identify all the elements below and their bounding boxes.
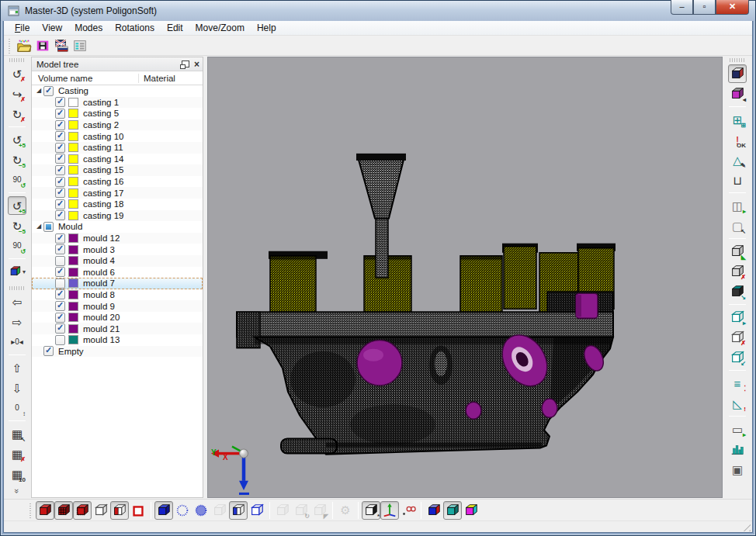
rotate-90-stop-button[interactable]: ↻✗ (8, 105, 26, 123)
open-project-button[interactable] (15, 36, 33, 55)
casting-outline-button[interactable] (92, 501, 110, 520)
tree-row-mould-12[interactable]: ✓mould 12 (32, 233, 203, 244)
language-switch-button[interactable] (52, 36, 71, 55)
section-cut-button[interactable]: ◤ (310, 501, 329, 520)
tree-row-casting-19[interactable]: ✓casting 19 (32, 210, 203, 222)
tree-row-casting-11[interactable]: ✓casting 11 (32, 142, 203, 154)
copy-image-button[interactable]: ◫▸ (728, 196, 747, 215)
checkbox-checked[interactable]: ✓ (55, 165, 65, 175)
color-swatch[interactable] (68, 165, 78, 175)
color-swatch[interactable] (68, 256, 78, 265)
column-material[interactable]: Material (139, 74, 203, 83)
trace-points-button[interactable] (399, 501, 418, 520)
menu-file[interactable]: File (9, 22, 36, 34)
rotate-x-90-button[interactable]: 90↺ (8, 171, 26, 189)
tree-row-casting-1[interactable]: ✓casting 1 (32, 97, 203, 109)
menu-view[interactable]: View (36, 22, 68, 34)
tree-row-casting-14[interactable]: ✓casting 14 (32, 154, 203, 165)
show-axes-button[interactable] (380, 501, 399, 520)
checkbox-checked[interactable]: ✓ (55, 154, 65, 164)
title-bar[interactable]: Master-3D (system PoligonSoft) –▫✕ (1, 1, 755, 21)
grid-delete-button[interactable]: ▦✗ (8, 444, 26, 463)
checkbox-checked[interactable]: ✓ (55, 323, 65, 334)
rotate-x-minus-button[interactable]: ↻−5 (8, 150, 26, 169)
color-swatch[interactable] (68, 313, 78, 322)
select-volume-button[interactable]: ▢↖ (728, 216, 747, 235)
grid-pointer-button[interactable]: ▦↖ (8, 424, 26, 443)
mesh-table-button[interactable]: ⊞⊞ (728, 110, 747, 129)
mould-view-button[interactable]: ⊔ (728, 171, 747, 189)
tree-row-casting-15[interactable]: ✓casting 15 (32, 164, 203, 176)
extract-volume-button[interactable]: ↙ (728, 348, 747, 367)
checkbox-partial[interactable] (43, 222, 54, 232)
expand-arrow-icon[interactable]: ◢ (36, 88, 43, 94)
tree-column-header[interactable]: Volume name Material (32, 71, 203, 85)
tree-row-mould-7[interactable]: mould 7 (32, 278, 203, 289)
checkbox-checked[interactable]: ✓ (55, 233, 65, 244)
tree-row-mould-20[interactable]: ✓mould 20 (32, 312, 203, 323)
checkbox-checked[interactable]: ✓ (55, 199, 65, 209)
checkbox-checked[interactable]: ✓ (55, 120, 65, 130)
checkbox-checked[interactable]: ✓ (55, 97, 65, 107)
casting-solid-button[interactable] (36, 501, 54, 520)
save-project-button[interactable] (33, 36, 52, 55)
tree-row-mould-3[interactable]: ✓mould 3 (32, 244, 203, 255)
float-panel-icon[interactable] (182, 61, 189, 67)
menu-rotations[interactable]: Rotations (109, 22, 161, 34)
checkbox-checked[interactable]: ✓ (43, 346, 54, 356)
view-orientation-dropdown[interactable]: ▾ (8, 262, 26, 281)
color-swatch[interactable] (68, 177, 78, 186)
color-swatch[interactable] (68, 120, 78, 130)
statistics-chart-button[interactable] (728, 440, 747, 458)
color-swatch[interactable] (68, 278, 78, 288)
menu-help[interactable]: Help (251, 22, 283, 34)
move-right-button[interactable]: ⇨ (8, 313, 26, 331)
tree-row-mould-13[interactable]: mould 13 (32, 334, 203, 346)
close-panel-icon[interactable]: × (194, 60, 199, 69)
volumes-teal-button[interactable] (443, 501, 462, 520)
casting-wireframe-button[interactable] (54, 501, 73, 520)
mesh-layers-button[interactable]: ≡⁚ (728, 374, 747, 392)
mould-outline-button[interactable] (248, 501, 266, 520)
lighting-button[interactable]: * (362, 501, 380, 520)
tree-row-casting-16[interactable]: ✓casting 16 (32, 176, 203, 188)
checkbox-checked[interactable]: ✓ (55, 313, 65, 323)
show-box-button[interactable]: ▣ (728, 460, 747, 479)
screen-export-button[interactable]: ▭▸ (728, 420, 747, 438)
mould-solid-button[interactable] (154, 501, 173, 520)
toolbar-grip[interactable] (9, 286, 25, 290)
casting-half-button[interactable] (110, 501, 129, 520)
grid-step-10-button[interactable]: ▦10 (8, 465, 26, 483)
tree-row-mould-4[interactable]: mould 4 (32, 255, 203, 267)
color-swatch[interactable] (68, 143, 78, 152)
toolbar-grip[interactable] (9, 58, 25, 62)
model-tree-header[interactable]: Model tree × (32, 57, 203, 71)
tree-row-casting-2[interactable]: ✓casting 2 (32, 119, 203, 131)
checkbox-checked[interactable]: ✓ (55, 188, 65, 198)
tree-group-mould[interactable]: ◢Mould (32, 221, 203, 233)
expand-arrow-icon[interactable]: ◢ (36, 223, 43, 230)
delete-volume-button[interactable]: ✗ (728, 262, 747, 281)
rotate-step-stop-button[interactable]: ↪✗ (8, 85, 26, 103)
maximize-button[interactable]: ▫ (693, 0, 716, 15)
tree-row-casting-10[interactable]: ✓casting 10 (32, 130, 203, 142)
color-swatch[interactable] (68, 290, 78, 299)
volumes-casting-mould-button[interactable] (425, 501, 443, 520)
checkbox-unchecked[interactable] (55, 278, 65, 289)
viewport-3d[interactable]: Y X (207, 57, 723, 498)
color-swatch[interactable] (68, 233, 78, 243)
checkbox-checked[interactable]: ✓ (55, 301, 65, 311)
move-volume-button[interactable]: ↘ (728, 282, 747, 301)
rotate-y-plus-button[interactable]: ↺+5 (8, 196, 26, 215)
toolbar-grip[interactable] (730, 58, 745, 62)
menu-edit[interactable]: Edit (161, 22, 189, 34)
toolbar-grip[interactable] (9, 38, 12, 54)
checkbox-checked[interactable]: ✓ (55, 244, 65, 254)
color-swatch[interactable] (68, 268, 78, 277)
section-view-button[interactable] (273, 501, 292, 520)
mould-ghost-button[interactable] (210, 501, 229, 520)
center-horizontal-button[interactable]: ▸0◂ (8, 333, 26, 351)
tree-row-mould-8[interactable]: ✓mould 8 (32, 289, 203, 301)
tree-group-empty[interactable]: ✓Empty (32, 346, 203, 358)
mesh-warning-button[interactable]: ◺! (728, 394, 747, 413)
